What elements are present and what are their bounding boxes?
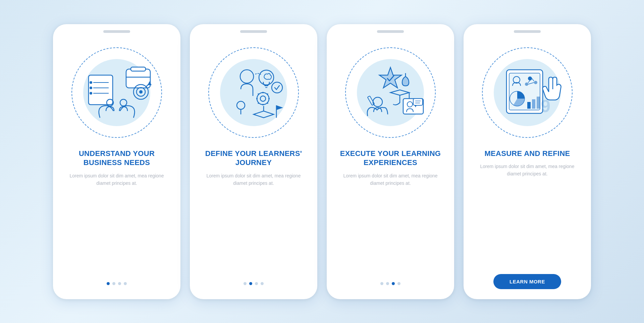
card-body-2: Lorem ipsum dolor sit dim amet, mea regi… (202, 172, 305, 187)
dots-row-3 (380, 282, 400, 289)
svg-rect-62 (537, 97, 540, 109)
svg-rect-45 (413, 99, 423, 105)
dots-row-2 (244, 282, 264, 289)
svg-point-41 (373, 97, 382, 107)
svg-line-28 (267, 103, 268, 104)
dot (112, 282, 115, 285)
illustration-business (63, 39, 170, 146)
svg-point-7 (90, 81, 92, 84)
svg-point-8 (90, 87, 92, 89)
card-title-1: UNDERSTAND YOUR BUSINESS NEEDS (63, 149, 170, 167)
svg-point-16 (120, 99, 127, 106)
measure-icon: 9 (487, 52, 568, 133)
dot (255, 282, 258, 285)
card-understand: UNDERSTAND YOUR BUSINESS NEEDS Lorem ips… (53, 24, 180, 299)
phone-notch (240, 30, 267, 33)
svg-point-31 (272, 82, 282, 93)
svg-line-30 (267, 94, 268, 95)
card-body-3: Lorem ipsum dolor sit dim amet, mea regi… (339, 172, 442, 187)
svg-point-22 (260, 96, 266, 101)
phone-notch (103, 30, 130, 33)
card-title-3: EXECUTE YOUR LEARNING EXPERIENCES (337, 149, 444, 167)
card-body-4: Lorem ipsum dolor sit dim amet, mea regi… (476, 163, 579, 178)
svg-rect-61 (532, 99, 535, 109)
dot (118, 282, 121, 285)
dot-active (107, 282, 110, 285)
dot-active (249, 282, 252, 285)
svg-line-27 (258, 94, 259, 95)
cards-container: UNDERSTAND YOUR BUSINESS NEEDS Lorem ips… (40, 11, 604, 313)
dot-active (392, 282, 395, 285)
card-title-4: MEASURE AND REFINE (484, 149, 570, 158)
journey-icon (213, 52, 294, 133)
svg-point-55 (525, 83, 528, 86)
svg-rect-60 (527, 102, 531, 109)
phone-notch (514, 30, 541, 33)
illustration-measure: 9 (474, 39, 581, 146)
dot (386, 282, 389, 285)
svg-point-9 (90, 92, 92, 95)
svg-marker-34 (254, 111, 274, 118)
illustration-journey (200, 39, 307, 146)
dot (397, 282, 400, 285)
dot (124, 282, 127, 285)
svg-line-29 (258, 103, 259, 104)
dot (244, 282, 247, 285)
svg-point-12 (139, 90, 143, 94)
svg-rect-3 (89, 75, 113, 105)
svg-text:9: 9 (541, 96, 550, 116)
learn-more-button[interactable]: LEARN MORE (493, 274, 561, 289)
card-title-2: DEFINE YOUR LEARNERS' JOURNEY (200, 149, 307, 167)
learning-icon (350, 52, 431, 133)
dot (380, 282, 383, 285)
card-body-1: Lorem ipsum dolor sit dim amet, mea regi… (65, 172, 168, 187)
card-measure: 9 MEASURE AND REFINE Lorem ipsum dolor s… (464, 24, 591, 299)
svg-marker-38 (390, 90, 409, 95)
card-define: DEFINE YOUR LEARNERS' JOURNEY Lorem ipsu… (190, 24, 317, 299)
svg-marker-37 (276, 105, 283, 110)
illustration-learning (337, 39, 444, 146)
dots-row-1 (107, 282, 127, 289)
svg-rect-1 (131, 67, 146, 71)
svg-point-17 (240, 70, 254, 83)
business-icon (76, 52, 157, 133)
card-execute: EXECUTE YOUR LEARNING EXPERIENCES Lorem … (327, 24, 454, 299)
dot (261, 282, 264, 285)
phone-notch (377, 30, 404, 33)
svg-point-54 (534, 81, 537, 84)
svg-point-32 (237, 101, 245, 109)
svg-point-53 (528, 76, 532, 80)
